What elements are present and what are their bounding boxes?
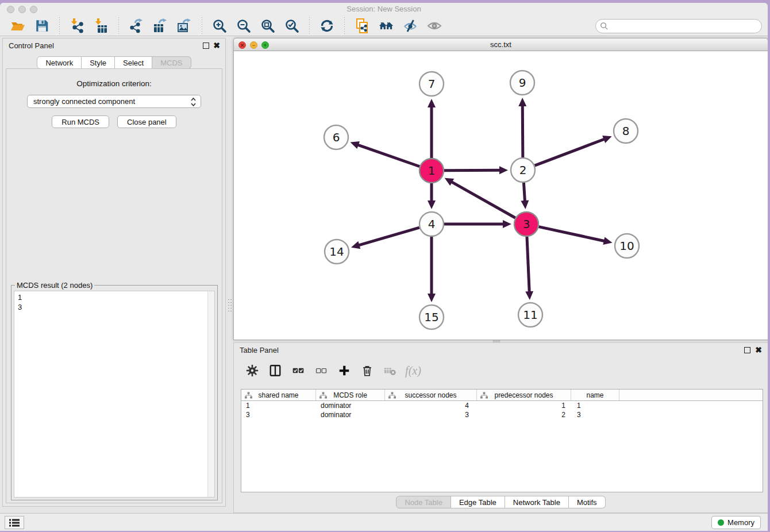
graph-edge-3-11[interactable] (527, 237, 529, 293)
show-panels-icon (427, 18, 442, 33)
criterion-value: strongly connected component (33, 97, 135, 106)
criterion-select[interactable]: strongly connected component (27, 95, 201, 108)
mcds-result-title: MCDS result (2 nodes) (15, 281, 94, 290)
graph-edge-3-1[interactable] (451, 182, 515, 218)
graph-node-14[interactable]: 14 (325, 240, 349, 264)
zoom-fit-button[interactable] (259, 17, 277, 34)
graph-edge-2-8[interactable] (535, 138, 606, 165)
graph-edge-4-14[interactable] (357, 228, 419, 245)
open-session-button[interactable] (9, 17, 27, 34)
table-row[interactable]: 3dominator323 (241, 410, 763, 419)
delete-table-icon (384, 364, 396, 377)
graph-node-4[interactable]: 4 (419, 212, 444, 236)
graph-node-10[interactable]: 10 (615, 234, 639, 258)
mcds-result-scrollbar[interactable] (207, 291, 214, 497)
export-network-icon (129, 18, 144, 33)
split-view-icon (269, 364, 282, 377)
float-table-panel-icon[interactable] (744, 347, 750, 353)
tab-style[interactable]: Style (82, 56, 115, 69)
column-header-name[interactable]: name (571, 390, 619, 400)
graph-node-label: 6 (333, 130, 340, 144)
close-table-panel-icon[interactable]: ✖ (755, 345, 762, 354)
save-session-button[interactable] (33, 17, 51, 34)
refresh-button[interactable] (318, 17, 336, 34)
graph-edge-3-10[interactable] (538, 227, 605, 241)
add-row-button[interactable] (336, 362, 352, 379)
hide-panels-button[interactable] (401, 17, 419, 34)
open-session-icon (10, 18, 25, 33)
home-view-button[interactable] (377, 17, 395, 34)
column-type-icon (319, 392, 327, 399)
network-canvas[interactable]: 1 2 3 4 6 7 8 9 10 11 14 15 (233, 51, 768, 340)
graph-edge-1-2[interactable] (444, 170, 501, 171)
delete-table-button (382, 362, 398, 379)
mcds-result-group: MCDS result (2 nodes) 13 (11, 285, 218, 500)
float-panel-icon[interactable] (203, 43, 209, 49)
graph-node-8[interactable]: 8 (614, 119, 638, 143)
tab-network-table[interactable]: Network Table (505, 496, 569, 508)
task-history-button[interactable] (5, 516, 24, 529)
graph-edge-arrowhead (428, 201, 436, 209)
clone-network-button[interactable] (353, 17, 371, 34)
search-input[interactable] (595, 19, 762, 33)
graph-node-label: 1 (428, 164, 436, 178)
export-table-button[interactable] (151, 17, 170, 34)
run-mcds-button[interactable]: Run MCDS (52, 115, 109, 128)
import-table-button[interactable] (92, 17, 110, 34)
tab-network[interactable]: Network (37, 56, 82, 69)
column-header-predecessor-nodes[interactable]: predecessor nodes (477, 390, 571, 400)
tab-node-table[interactable]: Node Table (396, 496, 451, 508)
tab-mcds[interactable]: MCDS (152, 56, 191, 69)
graph-edge-1-6[interactable] (357, 145, 419, 167)
graph-edge-2-9[interactable] (522, 105, 523, 157)
graph-edge-arrowhead (521, 201, 529, 209)
export-image-button[interactable] (175, 17, 194, 34)
control-panel-tabs: NetworkStyleSelectMCDS (3, 56, 225, 69)
settings-gear-button[interactable] (244, 362, 260, 379)
split-view-button[interactable] (267, 362, 283, 379)
graph-node-3[interactable]: 3 (514, 212, 538, 236)
graph-node-6[interactable]: 6 (324, 125, 348, 149)
toolbar-separator (309, 17, 310, 34)
table-cell: 1 (241, 402, 316, 410)
graph-node-label: 8 (622, 124, 630, 138)
tab-edge-table[interactable]: Edge Table (451, 496, 505, 508)
import-network-button[interactable] (68, 17, 86, 34)
deselect-all-button[interactable] (313, 362, 329, 379)
zoom-selected-button[interactable] (283, 17, 301, 34)
graph-node-1[interactable]: 1 (419, 159, 444, 183)
column-header-successor-nodes[interactable]: successor nodes (385, 390, 477, 400)
main-toolbar (0, 16, 768, 36)
table-cell: 3 (385, 411, 477, 419)
titlebar: Session: New Session (0, 3, 768, 16)
tab-motifs[interactable]: Motifs (569, 496, 606, 508)
close-panel-button[interactable]: Close panel (117, 115, 176, 128)
control-panel-title: Control Panel (9, 41, 54, 50)
column-header-mcds-role[interactable]: MCDS role (316, 390, 385, 400)
zoom-in-button[interactable] (210, 17, 229, 34)
graph-edge-arrowhead (603, 237, 612, 245)
mcds-result-list[interactable]: 13 (14, 291, 215, 498)
export-network-button[interactable] (127, 17, 145, 34)
delete-row-button[interactable] (359, 362, 375, 379)
table-row[interactable]: 1dominator411 (241, 401, 763, 410)
graph-edge-2-3[interactable] (523, 183, 525, 202)
graph-node-2[interactable]: 2 (511, 158, 535, 182)
memory-button[interactable]: Memory (711, 516, 761, 529)
graph-node-11[interactable]: 11 (518, 303, 542, 327)
zoom-out-button[interactable] (234, 17, 253, 34)
network-window-titlebar: ✕ − + scc.txt (233, 38, 768, 51)
add-row-icon (338, 364, 351, 377)
import-network-icon (70, 18, 84, 33)
select-all-button[interactable] (290, 362, 306, 379)
column-type-icon (388, 392, 396, 399)
vertical-splitter-handle[interactable] (228, 298, 232, 313)
graph-node-label: 7 (428, 77, 436, 91)
graph-node-7[interactable]: 7 (419, 72, 444, 96)
close-panel-icon[interactable]: ✖ (213, 41, 220, 50)
column-header-shared-name[interactable]: shared name (241, 390, 316, 400)
table-panel: Table Panel ✖ f(x) shared nameMCDS roles… (233, 342, 768, 513)
graph-node-15[interactable]: 15 (419, 305, 444, 329)
graph-node-9[interactable]: 9 (510, 71, 534, 95)
tab-select[interactable]: Select (115, 56, 152, 69)
